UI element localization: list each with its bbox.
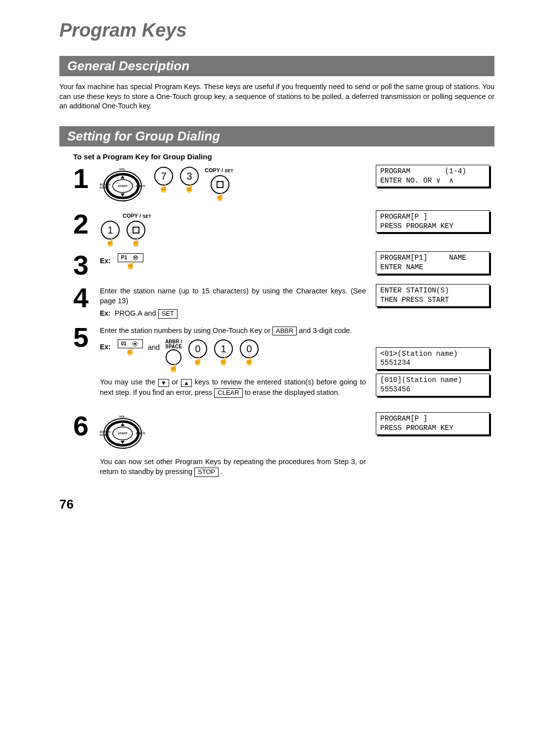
hand-icon: ☝ (215, 193, 225, 201)
step-number: 5 (73, 324, 100, 351)
step6-text-b: . (221, 468, 222, 475)
set-label: SET (224, 168, 233, 173)
step-5: 5 Enter the station numbers by using One… (73, 324, 494, 400)
lcd-display: PROGRAM[P ] PRESS PROGRAM KEY (376, 210, 490, 233)
ex-label: Ex: (100, 309, 111, 317)
set-key: ☝ (127, 221, 145, 246)
svg-text:FUNCTION: FUNCTION (136, 432, 145, 435)
copy-label: COPY (205, 167, 220, 173)
step4-instruction: Enter the station name (up to 15 charact… (100, 286, 366, 306)
svg-marker-5 (121, 193, 125, 196)
space-label: SPACE (165, 344, 182, 349)
svg-text:VOL.: VOL. (119, 415, 126, 418)
key-1: 1 ☝ (214, 339, 233, 365)
key-1: 1 ☝ (101, 221, 120, 246)
key-7: 7 ☝ (154, 167, 173, 192)
svg-text:VOL.: VOL. (119, 168, 126, 171)
group-dial-subheading: To set a Program Key for Group Dialing (73, 152, 494, 161)
key-0: 0 ☝ (188, 339, 207, 365)
step-number: 6 (73, 412, 100, 440)
up-arrow-key-icon: ▲ (181, 379, 192, 387)
key-0-label: 0 (195, 342, 201, 356)
step-number: 2 (73, 210, 100, 238)
one-touch-p1-key: P1 M ☝ (118, 253, 143, 269)
hand-icon: ☝ (219, 357, 228, 365)
step-3: 3 Ex: P1 M ☝ PROGRAM[P1] NAME ENTER (73, 251, 494, 279)
lcd-display: PROGRAM[P1] NAME ENTER NAME (376, 251, 490, 274)
step-number: 3 (73, 251, 100, 279)
set-label: SET (142, 214, 151, 219)
key-0-label: 0 (247, 342, 252, 356)
set-button-box: SET (158, 309, 178, 319)
ex-label: Ex: (100, 256, 111, 266)
step5-text-d: or (172, 378, 181, 386)
set-icon (217, 181, 223, 188)
step6-text-a: You can now set other Program Keys by re… (100, 458, 366, 475)
svg-text:START: START (118, 432, 128, 435)
step-1: 1 START VOL. DIRECTORY (73, 165, 494, 205)
step-4: 4 Enter the station name (up to 15 chara… (73, 284, 494, 318)
abbr-space-key: ☝ (166, 349, 181, 372)
key-1-label: 1 (221, 342, 226, 356)
step5-text-c: You may use the (100, 378, 158, 386)
step-number: 4 (73, 284, 100, 312)
step5-text-b: and 3-digit code. (299, 327, 352, 334)
hand-icon: ☝ (193, 357, 203, 365)
stop-button-box: STOP (194, 468, 219, 477)
general-description-body: Your fax machine has special Program Key… (59, 82, 494, 111)
key-1-label: 1 (107, 223, 113, 237)
svg-text:SEARCH: SEARCH (100, 186, 109, 189)
key-0: 0 ☝ (240, 339, 259, 365)
hand-icon: ☝ (169, 364, 178, 372)
svg-text:START: START (118, 185, 128, 188)
set-key: COPY / SET ☝ (205, 167, 235, 201)
step4-ex-text: PROG.A and (113, 309, 156, 317)
key-3: 3 ☝ (180, 167, 199, 192)
page-title: Program Keys (59, 20, 494, 41)
page-number: 76 (59, 497, 494, 512)
svg-marker-15 (121, 441, 125, 444)
p1-label: P1 (121, 254, 127, 261)
hand-icon: ☝ (126, 261, 135, 269)
svg-marker-4 (121, 176, 125, 179)
navigator-dial-icon: START VOL. DIRECTORY SEARCH FUNCTION (100, 414, 145, 453)
m-label: M (134, 255, 137, 260)
hand-icon: ☝ (125, 347, 135, 355)
hand-icon: ☝ (244, 357, 254, 365)
hand-icon: ☝ (184, 185, 194, 192)
one-touch-01-key: 01 ☝ (118, 339, 143, 355)
and-label: and (148, 342, 160, 352)
navigator-dial-icon: START VOL. DIRECTORY SEARCH FUNCTION (100, 167, 145, 205)
step-number: 1 (73, 165, 100, 192)
step-2: 2 COPY / SET 1 ☝ ☝ PROGRAM[P ] PRESS PRO… (73, 210, 494, 246)
lcd-display: PROGRAM[P ] PRESS PROGRAM KEY (376, 412, 490, 435)
set-icon (133, 227, 139, 234)
hand-icon: ☝ (105, 238, 115, 246)
hand-icon: ☝ (131, 238, 141, 246)
lcd-display: <01>(Station name) 5551234 (376, 347, 490, 370)
hand-icon: ☝ (159, 185, 169, 192)
lcd-display: [010](Station name) 5553456 (376, 374, 490, 396)
step5-text-a: Enter the station numbers by using One-T… (100, 327, 272, 334)
key-3-label: 3 (186, 169, 192, 183)
down-arrow-key-icon: ▼ (158, 379, 169, 387)
abbr-button-box: ABBR (272, 327, 297, 336)
lcd-display: ENTER STATION(S) THEN PRESS START (376, 284, 490, 307)
section-general-heading: General Description (59, 56, 494, 76)
svg-marker-14 (121, 423, 125, 426)
step-6: 6 START VOL. DIRECTORY SEARCH FUNCTION (73, 412, 494, 477)
clear-button-box: CLEAR (214, 388, 242, 398)
step5-text-f: to erase the displayed station. (245, 388, 340, 396)
svg-text:SEARCH: SEARCH (100, 433, 109, 436)
lcd-display: PROGRAM (1-4) ENTER NO. OR ∨ ∧ (376, 165, 490, 188)
svg-text:FUNCTION: FUNCTION (136, 185, 145, 188)
ex-label: Ex: (100, 342, 111, 352)
copy-label: COPY (123, 213, 138, 219)
section-group-dial-heading: Setting for Group Dialing (59, 126, 494, 146)
key-7-label: 7 (161, 169, 166, 183)
